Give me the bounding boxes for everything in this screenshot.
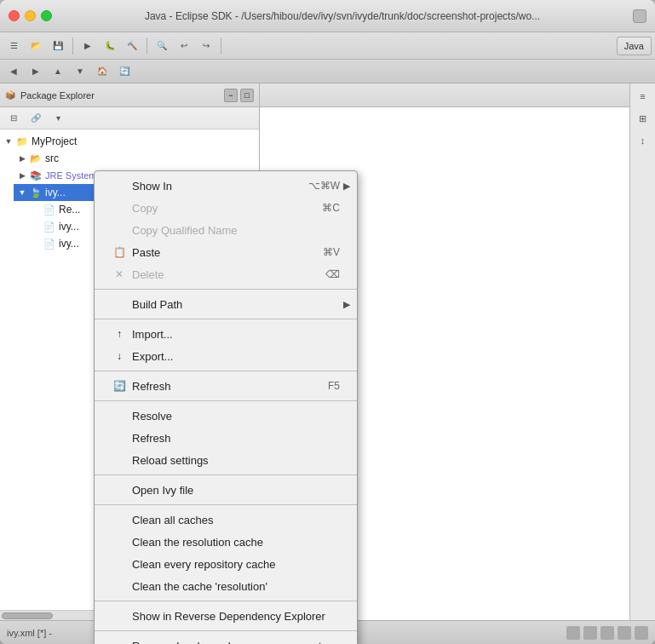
clean-all-caches-icon xyxy=(112,512,127,527)
minimize-button[interactable] xyxy=(25,10,36,21)
toolbar-separator-3 xyxy=(221,37,221,55)
status-right xyxy=(566,626,648,640)
menu-separator xyxy=(95,630,357,631)
status-icon-1 xyxy=(566,626,580,640)
home-button[interactable]: 🏠 xyxy=(92,61,112,82)
panel-controls: − □ xyxy=(224,89,254,102)
tree-label: Re... xyxy=(59,204,80,216)
paste-icon: 📋 xyxy=(112,244,127,260)
remove-ivy-icon xyxy=(112,638,127,644)
copy-qualified-icon xyxy=(112,222,127,238)
window-title: Java - Eclipse SDK - /Users/hibou/dev/iv… xyxy=(59,10,626,22)
scrollbar-thumb[interactable] xyxy=(2,612,53,619)
menu-item-clean-repository[interactable]: Clean every repository cache xyxy=(95,553,357,575)
sidebar-btn-2[interactable]: ⊞ xyxy=(634,109,652,128)
traffic-lights xyxy=(9,10,52,21)
status-icon-3 xyxy=(600,626,614,640)
menu-item-open-ivy-file[interactable]: Open Ivy file xyxy=(95,479,357,501)
refresh2-label: Refresh xyxy=(132,432,340,445)
reload-settings-icon xyxy=(112,452,127,468)
menu-item-show-in[interactable]: Show In⌥⌘W▶ xyxy=(95,175,357,197)
up-button[interactable]: ▲ xyxy=(48,61,68,82)
menu-item-export[interactable]: ↓Export... xyxy=(95,345,357,367)
fwd-button[interactable]: ▶ xyxy=(26,61,46,82)
clean-repository-label: Clean every repository cache xyxy=(132,558,340,571)
window-resize-button[interactable] xyxy=(633,9,646,23)
minimize-panel-button[interactable]: − xyxy=(224,89,238,102)
menu-item-refresh[interactable]: 🔄RefreshF5 xyxy=(95,375,357,397)
clean-cache-resolution-label: Clean the cache 'resolution' xyxy=(132,580,340,593)
menu-item-reload-settings[interactable]: Reload settings xyxy=(95,449,357,471)
run-button[interactable]: ▶ xyxy=(78,36,98,56)
sidebar-btn-1[interactable]: ≡ xyxy=(634,87,652,106)
panel-title: Package Explorer xyxy=(20,90,219,101)
down-button[interactable]: ▼ xyxy=(70,61,90,82)
tree-label: ivy... xyxy=(59,238,79,250)
file-icon: 📄 xyxy=(43,237,56,250)
save-button[interactable]: 💾 xyxy=(48,36,68,56)
menu-item-show-reverse[interactable]: Show in Reverse Dependency Explorer xyxy=(95,605,357,627)
show-reverse-icon xyxy=(112,608,127,624)
perspective-java-button[interactable]: Java xyxy=(617,37,652,55)
link-editor-button[interactable]: 🔗 xyxy=(26,108,46,129)
menu-separator xyxy=(95,289,357,290)
close-button[interactable] xyxy=(9,10,20,21)
build-button[interactable]: 🔨 xyxy=(122,36,142,56)
open-button[interactable]: 📂 xyxy=(26,36,46,56)
menu-item-refresh2[interactable]: Refresh xyxy=(95,427,357,449)
refresh-icon: 🔄 xyxy=(112,378,127,394)
refresh-label: Refresh xyxy=(132,380,311,393)
menu-item-resolve[interactable]: Resolve xyxy=(95,405,357,427)
build-path-submenu-arrow: ▶ xyxy=(343,299,350,310)
maximize-button[interactable] xyxy=(41,10,52,21)
menu-item-clean-all-caches[interactable]: Clean all caches xyxy=(95,509,357,531)
menu-separator xyxy=(95,474,357,475)
panel-menu-button[interactable]: ▾ xyxy=(48,108,68,129)
menu-item-build-path[interactable]: Build Path▶ xyxy=(95,293,357,315)
context-menu-overlay: Show In⌥⌘W▶Copy⌘CCopy Qualified Name📋Pas… xyxy=(94,170,358,644)
status-icon-2 xyxy=(583,626,597,640)
clean-all-caches-label: Clean all caches xyxy=(132,514,340,526)
menu-item-copy: Copy⌘C xyxy=(95,197,357,219)
new-button[interactable]: ☰ xyxy=(3,36,24,56)
copy-qualified-label: Copy Qualified Name xyxy=(132,224,340,237)
debug-button[interactable]: 🐛 xyxy=(100,36,120,56)
menu-item-paste[interactable]: 📋Paste⌘V xyxy=(95,241,357,263)
menu-item-import[interactable]: ↑Import... xyxy=(95,323,357,345)
main-toolbar: ☰ 📂 💾 ▶ 🐛 🔨 🔍 ↩ ↪ Java xyxy=(0,32,655,60)
back-button[interactable]: ◀ xyxy=(3,61,24,82)
menu-item-remove-ivy[interactable]: Remove Ivy dependency management... xyxy=(95,635,357,644)
clean-cache-resolution-icon xyxy=(112,578,127,594)
sidebar-btn-3[interactable]: ↕ xyxy=(634,131,652,150)
toolbar-separator-1 xyxy=(72,37,73,55)
panel-header: 📦 Package Explorer − □ xyxy=(0,83,259,107)
refresh-toolbar-button[interactable]: 🔄 xyxy=(114,61,135,82)
menu-separator xyxy=(95,400,357,401)
menu-item-clean-resolution[interactable]: Clean the resolution cache xyxy=(95,531,357,553)
import-label: Import... xyxy=(132,328,340,341)
tree-label: MyProject xyxy=(32,135,77,147)
forward-button[interactable]: ↪ xyxy=(196,36,216,56)
menu-item-delete: ✕Delete⌫ xyxy=(95,263,357,285)
menu-item-clean-cache-resolution[interactable]: Clean the cache 'resolution' xyxy=(95,575,357,597)
search-button[interactable]: 🔍 xyxy=(152,36,172,56)
delete-label: Delete xyxy=(132,268,308,281)
navigate-button[interactable]: ↩ xyxy=(174,36,194,56)
tree-item-myproject[interactable]: ▼ 📁 MyProject xyxy=(0,133,259,150)
build-path-icon xyxy=(112,296,127,312)
tree-arrow: ▼ xyxy=(3,136,14,147)
panel-toolbar: ⊟ 🔗 ▾ xyxy=(0,107,259,129)
tree-item-src[interactable]: ▶ 📂 src xyxy=(14,150,259,167)
maximize-panel-button[interactable]: □ xyxy=(240,89,254,102)
resolve-label: Resolve xyxy=(132,410,340,423)
secondary-toolbar: ◀ ▶ ▲ ▼ 🏠 🔄 xyxy=(0,60,655,83)
tree-arrow: ▼ xyxy=(17,187,27,198)
export-icon: ↓ xyxy=(112,348,127,364)
status-icon-5 xyxy=(635,626,648,640)
copy-label: Copy xyxy=(132,202,305,215)
copy-icon xyxy=(112,200,127,216)
remove-ivy-label: Remove Ivy dependency management... xyxy=(132,640,340,645)
collapse-all-button[interactable]: ⊟ xyxy=(3,108,24,129)
refresh-shortcut: F5 xyxy=(328,380,340,392)
jre-icon: 📚 xyxy=(29,169,43,182)
